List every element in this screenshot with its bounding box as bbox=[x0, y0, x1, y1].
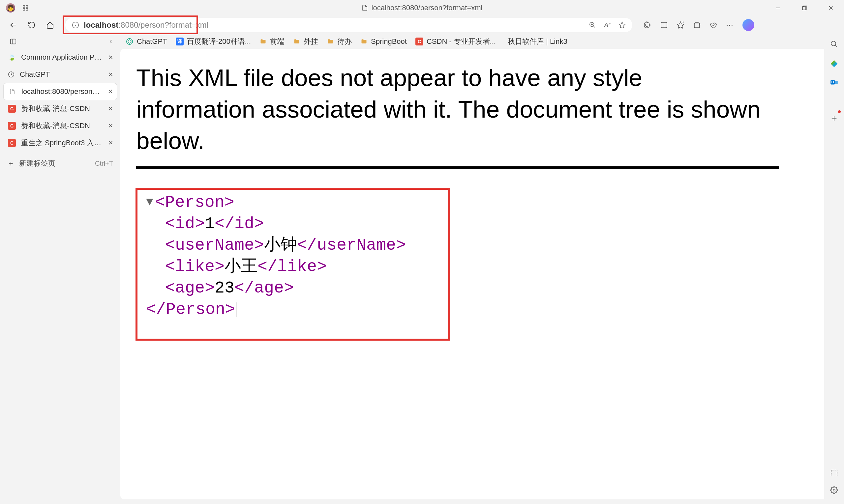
new-tab-label: 新建标签页 bbox=[19, 159, 55, 168]
svg-rect-1 bbox=[26, 5, 28, 7]
bookmark-item[interactable]: 外挂 bbox=[293, 37, 318, 47]
outlook-icon[interactable]: O bbox=[830, 78, 839, 87]
home-button[interactable] bbox=[44, 18, 57, 32]
site-info-icon[interactable] bbox=[72, 21, 79, 29]
tab-item[interactable]: C赞和收藏-消息-CSDN✕ bbox=[3, 100, 117, 117]
svg-rect-5 bbox=[803, 6, 806, 10]
svg-point-31 bbox=[833, 489, 835, 491]
folder-icon bbox=[293, 38, 300, 45]
close-button[interactable] bbox=[817, 0, 844, 16]
browser-essentials-icon[interactable] bbox=[709, 21, 718, 29]
bookmark-label: 待办 bbox=[337, 37, 352, 47]
file-icon bbox=[362, 4, 368, 12]
more-icon[interactable]: ⋯ bbox=[726, 21, 734, 29]
svg-rect-19 bbox=[694, 23, 700, 28]
read-aloud-icon[interactable]: A» bbox=[604, 21, 610, 29]
bookmark-item[interactable]: 秋日软件库 | Link3 bbox=[504, 37, 567, 47]
sidebar-toggle-icon[interactable] bbox=[6, 34, 20, 49]
bookmark-bar: ChatGPT译百度翻译-200种语...前端外挂待办SpringBootCCS… bbox=[120, 34, 844, 49]
csdn-icon: C bbox=[415, 38, 423, 46]
favorite-icon[interactable] bbox=[619, 21, 626, 29]
bookmark-item[interactable]: SpringBoot bbox=[360, 37, 407, 46]
svg-line-12 bbox=[593, 26, 595, 28]
file-icon bbox=[7, 87, 17, 96]
new-tab-button[interactable]: ＋ 新建标签页 Ctrl+T bbox=[0, 155, 120, 172]
title-text: localhost:8080/person?format=xml bbox=[372, 4, 483, 12]
settings-icon[interactable] bbox=[830, 486, 838, 494]
svg-point-25 bbox=[831, 41, 836, 46]
tab-item[interactable]: 🍃Common Application Properties✕ bbox=[3, 49, 117, 66]
svg-text:O: O bbox=[831, 80, 834, 84]
collapse-sidebar-icon[interactable] bbox=[108, 38, 114, 44]
vertical-tabs-sidebar: 🍃Common Application Properties✕ChatGPT✕l… bbox=[0, 34, 120, 504]
tab-label: ChatGPT bbox=[20, 70, 104, 79]
chatgpt-icon bbox=[7, 71, 15, 78]
office-icon[interactable]: ◆ bbox=[831, 58, 838, 68]
svg-rect-29 bbox=[835, 81, 838, 84]
tab-label: 赞和收藏-消息-CSDN bbox=[21, 121, 104, 131]
browser-toolbar: localhost:8080/person?format=xml A» ⋯ bbox=[0, 16, 844, 34]
xml-element: <like>小王</like> bbox=[165, 256, 440, 277]
bookmark-item[interactable]: 前端 bbox=[259, 37, 285, 47]
tab-item[interactable]: C重生之 SpringBoot3 入门保姆级✕ bbox=[3, 134, 117, 151]
xml-element: <age>23</age> bbox=[165, 277, 440, 299]
url-text: localhost:8080/person?format=xml bbox=[84, 20, 208, 30]
bookmark-label: 百度翻译-200种语... bbox=[187, 37, 251, 47]
bookmark-item[interactable]: CCSDN - 专业开发者... bbox=[415, 37, 496, 47]
plus-icon: ＋ bbox=[7, 159, 15, 168]
minimize-button[interactable] bbox=[765, 0, 791, 16]
chatgpt-icon bbox=[126, 38, 134, 46]
close-tab-icon[interactable]: ✕ bbox=[108, 139, 113, 147]
folder-icon bbox=[327, 38, 334, 45]
back-button[interactable] bbox=[6, 18, 20, 32]
close-tab-icon[interactable]: ✕ bbox=[108, 54, 113, 61]
svg-rect-3 bbox=[26, 8, 28, 11]
csdn-icon: C bbox=[7, 138, 16, 148]
tab-label: 重生之 SpringBoot3 入门保姆级 bbox=[21, 138, 104, 148]
zoom-icon[interactable] bbox=[589, 21, 596, 29]
bookmark-label: ChatGPT bbox=[137, 37, 167, 46]
close-tab-icon[interactable]: ✕ bbox=[108, 88, 113, 95]
edge-sidebar-rail: ◆ O ＋ bbox=[824, 34, 844, 504]
baidu-icon: 译 bbox=[176, 38, 184, 46]
folder-icon bbox=[259, 38, 267, 45]
tab-label: localhost:8080/person?format=xml bbox=[21, 87, 103, 96]
svg-rect-0 bbox=[23, 5, 25, 7]
svg-rect-30 bbox=[831, 470, 837, 476]
extensions-icon[interactable] bbox=[643, 21, 652, 29]
address-bar[interactable]: localhost:8080/person?format=xml A» bbox=[65, 18, 632, 32]
tab-label: Common Application Properties bbox=[21, 53, 104, 61]
bookmark-item[interactable]: 待办 bbox=[327, 37, 352, 47]
bookmark-item[interactable]: 译百度翻译-200种语... bbox=[176, 37, 251, 47]
refresh-button[interactable] bbox=[25, 18, 38, 32]
workspaces-icon[interactable] bbox=[22, 4, 29, 12]
bookmark-label: 秋日软件库 | Link3 bbox=[508, 37, 567, 47]
split-screen-icon[interactable] bbox=[660, 21, 668, 29]
collapse-triangle-icon[interactable]: ▼ bbox=[146, 195, 153, 210]
xml-root-open[interactable]: ▼<Person> bbox=[146, 192, 440, 213]
tab-item[interactable]: localhost:8080/person?format=xml✕ bbox=[3, 83, 117, 100]
xml-element: <id>1</id> bbox=[165, 213, 440, 235]
svg-rect-2 bbox=[23, 8, 25, 11]
collections-icon[interactable] bbox=[693, 21, 701, 29]
tab-item[interactable]: ChatGPT✕ bbox=[3, 66, 117, 83]
bookmark-item[interactable]: ChatGPT bbox=[126, 37, 167, 46]
maximize-button[interactable] bbox=[791, 0, 817, 16]
profile-avatar[interactable]: 👧 bbox=[6, 3, 15, 13]
xml-tree: ▼<Person> <id>1</id><userName>小钟</userNa… bbox=[146, 192, 440, 320]
xml-root-close: </Person> bbox=[146, 299, 440, 320]
spring-icon: 🍃 bbox=[7, 53, 16, 62]
add-tool-button[interactable]: ＋ bbox=[829, 112, 839, 124]
bookmark-label: 外挂 bbox=[304, 37, 318, 47]
favorites-icon[interactable] bbox=[676, 21, 685, 29]
close-tab-icon[interactable]: ✕ bbox=[108, 122, 113, 129]
screenshot-icon[interactable] bbox=[830, 469, 838, 477]
close-tab-icon[interactable]: ✕ bbox=[108, 105, 113, 112]
xml-notice-heading: This XML file does not appear to have an… bbox=[136, 62, 762, 157]
svg-rect-22 bbox=[11, 39, 16, 44]
close-tab-icon[interactable]: ✕ bbox=[108, 71, 113, 78]
copilot-icon[interactable] bbox=[742, 19, 754, 31]
divider bbox=[136, 166, 779, 169]
tab-item[interactable]: C赞和收藏-消息-CSDN✕ bbox=[3, 117, 117, 134]
search-icon[interactable] bbox=[830, 40, 838, 48]
